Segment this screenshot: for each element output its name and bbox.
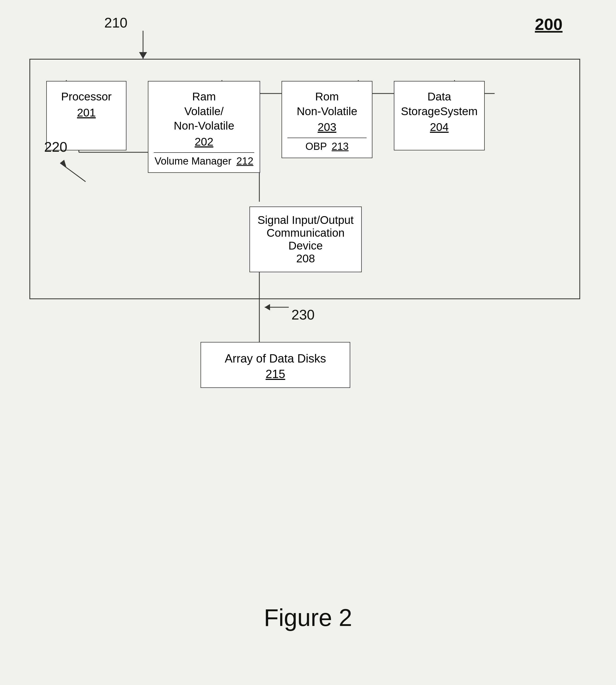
ram-line2: Volatile/	[184, 105, 223, 118]
signal-io-label: Signal Input/Output Communication Device	[255, 214, 356, 252]
data-storage-number: 204	[400, 121, 479, 134]
svg-marker-15	[265, 304, 270, 311]
data-storage-label: Data StorageSystem	[400, 90, 479, 119]
signal-io-number: 208	[296, 252, 315, 265]
label-230: 230	[291, 307, 315, 323]
system-box: Processor 201 Ram Volatile/ Non-Volatile…	[29, 59, 580, 299]
array-number: 215	[206, 367, 344, 381]
processor-label: Processor	[52, 90, 120, 104]
rom-line2: Non-Volatile	[297, 105, 357, 118]
volume-manager-label: Volume Manager	[155, 156, 231, 167]
array-label: Array of Data Disks	[206, 352, 344, 365]
obp-number: 213	[332, 141, 348, 152]
ram-box: Ram Volatile/ Non-Volatile 202 Volume Ma…	[148, 81, 260, 173]
components-row: Processor 201 Ram Volatile/ Non-Volatile…	[46, 81, 565, 173]
label-220: 220	[44, 139, 67, 155]
obp-label: OBP	[305, 141, 327, 152]
signal-line1: Signal Input/Output	[258, 214, 354, 226]
signal-io-box: Signal Input/Output Communication Device…	[249, 207, 362, 272]
data-storage-box: Data StorageSystem 204	[394, 81, 485, 151]
figure-number: 200	[535, 15, 563, 34]
rom-box: Rom Non-Volatile 203 OBP 213	[282, 81, 372, 158]
signal-line2: Communication	[267, 227, 345, 239]
label-210: 210	[104, 15, 128, 31]
rom-line1: Rom	[315, 90, 339, 103]
data-storage-line2: StorageSystem	[401, 105, 478, 118]
volume-manager-number: 212	[236, 156, 253, 167]
obp-sub: OBP 213	[287, 138, 367, 152]
ram-number: 202	[154, 135, 254, 148]
rom-number: 203	[287, 121, 367, 134]
processor-number: 201	[52, 106, 120, 119]
svg-marker-1	[139, 52, 147, 59]
signal-line3: Device	[288, 239, 323, 252]
page: 200 210 Processor 201 Ram Volatile/ Non-…	[0, 0, 616, 685]
ram-label: Ram Volatile/ Non-Volatile	[154, 90, 254, 133]
array-box: Array of Data Disks 215	[200, 342, 350, 388]
figure-caption: Figure 2	[0, 604, 616, 632]
volume-manager-sub: Volume Manager 212	[154, 152, 254, 167]
ram-line3: Non-Volatile	[174, 119, 234, 132]
data-storage-line1: Data	[427, 90, 451, 103]
rom-label: Rom Non-Volatile	[287, 90, 367, 119]
ram-line1: Ram	[192, 90, 216, 103]
